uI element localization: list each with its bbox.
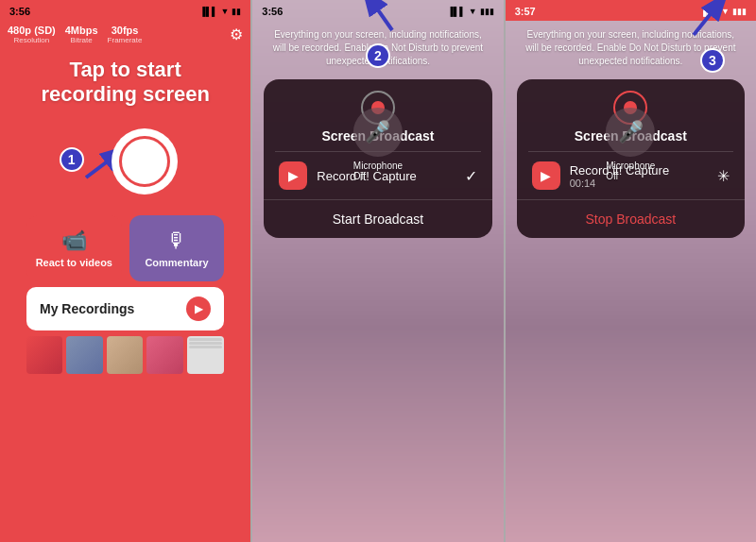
step-3-group: 3 [684, 0, 741, 73]
panel-2-content: 3:56 ▐▌▌ ▼ ▮▮▮ Everything on your screen… [252, 0, 503, 238]
video-icon: 📹 [61, 229, 87, 253]
resolution-label: Resolution [8, 36, 56, 44]
ad-line-2 [189, 342, 223, 345]
svg-line-3 [366, 0, 392, 30]
status-time-1: 3:56 [9, 6, 30, 17]
mic-label-2: MicrophoneOff [353, 161, 403, 181]
ad-line-3 [189, 346, 223, 348]
phone-panel-3: 3:57 ▐▌▌ ▼ ▮▮▮ Everything on your screen… [506, 0, 756, 542]
status-icons-1: ▐▌▌ ▼ ▮▮ [199, 7, 241, 16]
settings-group: 480p (SD) Resolution 4Mbps Bitrate 30fps… [8, 25, 143, 44]
resolution-setting[interactable]: 480p (SD) Resolution [8, 25, 56, 44]
signal-icon: ▐▌▌ [199, 7, 217, 16]
signal-icon-2: ▐▌▌ [448, 7, 466, 16]
framerate-setting[interactable]: 30fps Framerate [108, 25, 143, 44]
recordings-label: My Recordings [40, 301, 134, 316]
record-area: 1 [31, 119, 220, 204]
commentary-label: Commentary [145, 257, 208, 268]
battery-icon: ▮▮ [232, 7, 241, 16]
step-1-badge: 1 [60, 147, 84, 172]
record-title: Tap to start recording screen [41, 58, 210, 108]
ad-line-1 [189, 338, 223, 341]
step-2-area: 2 [354, 0, 402, 68]
status-bar-1: 3:56 ▐▌▌ ▼ ▮▮ [0, 0, 250, 21]
status-time-3: 3:57 [515, 6, 536, 17]
play-recordings-button[interactable]: ▶ [186, 296, 211, 321]
gear-icon[interactable]: ⚙ [230, 25, 243, 43]
framerate-value: 30fps [108, 25, 143, 36]
thumbnail-3 [107, 336, 143, 374]
loading-icon-3: ✳ [717, 167, 730, 185]
arrow-3 [684, 0, 741, 44]
main-content: Tap to start recording screen 1 [0, 48, 250, 383]
modal-app-icon-3: ▶ [532, 161, 560, 190]
step-2-badge: 2 [366, 43, 390, 68]
modal-app-icon-2: ▶ [279, 161, 307, 190]
wifi-icon: ▼ [220, 7, 229, 16]
record-button-ring [119, 136, 170, 187]
bitrate-setting[interactable]: 4Mbps Bitrate [65, 25, 98, 44]
commentary-button[interactable]: 🎙 Commentary [129, 215, 225, 281]
status-icons-2: ▐▌▌ ▼ ▮▮▮ [448, 7, 494, 16]
action-buttons: 📹 React to videos 🎙 Commentary [19, 215, 232, 281]
react-to-videos-button[interactable]: 📹 React to videos [26, 215, 122, 281]
settings-row: 480p (SD) Resolution 4Mbps Bitrate 30fps… [0, 21, 250, 48]
start-broadcast-button[interactable]: Start Broadcast [264, 200, 491, 238]
record-button[interactable] [112, 128, 178, 195]
status-time-2: 3:56 [262, 6, 283, 17]
mic-btn-icon: 🎙 [166, 229, 187, 253]
thumbnail-2 [66, 336, 102, 374]
step-3-badge: 3 [700, 48, 725, 73]
mic-label-3: MicrophoneOff [606, 161, 655, 181]
thumbnail-1 [26, 336, 62, 374]
bitrate-value: 4Mbps [65, 25, 98, 36]
react-label: React to videos [36, 257, 112, 268]
mic-button-2[interactable]: 🎤 [353, 108, 403, 157]
thumbnail-ad [187, 336, 225, 374]
microphone-off-2: 🎤 MicrophoneOff [353, 108, 403, 181]
framerate-label: Framerate [108, 36, 143, 44]
arrow-2 [354, 0, 402, 40]
phone-panel-2: 3:56 ▐▌▌ ▼ ▮▮▮ Everything on your screen… [252, 0, 503, 542]
svg-line-5 [694, 0, 724, 35]
thumbnail-4 [146, 336, 182, 374]
bitrate-label: Bitrate [65, 36, 98, 44]
microphone-off-3: 🎤 MicrophoneOff [606, 108, 655, 181]
wifi-icon-2: ▼ [469, 7, 477, 16]
step-3-area: 3 [684, 0, 741, 73]
microphone-icon-3: 🎤 [618, 120, 644, 144]
step-2-group: 2 [354, 0, 402, 68]
mic-button-3[interactable]: 🎤 [606, 108, 655, 157]
microphone-icon-2: 🎤 [365, 120, 390, 144]
battery-icon-2: ▮▮▮ [480, 7, 494, 16]
recordings-row[interactable]: My Recordings ▶ [26, 287, 224, 330]
modal-check-2: ✓ [465, 167, 477, 185]
panel-3-content: 3:57 ▐▌▌ ▼ ▮▮▮ Everything on your screen… [506, 0, 756, 238]
thumbnail-row [19, 330, 232, 374]
resolution-value: 480p (SD) [8, 25, 56, 36]
phone-panel-1: 3:56 ▐▌▌ ▼ ▮▮ 480p (SD) Resolution 4Mbps… [0, 0, 250, 542]
stop-broadcast-button[interactable]: Stop Broadcast [517, 200, 745, 238]
